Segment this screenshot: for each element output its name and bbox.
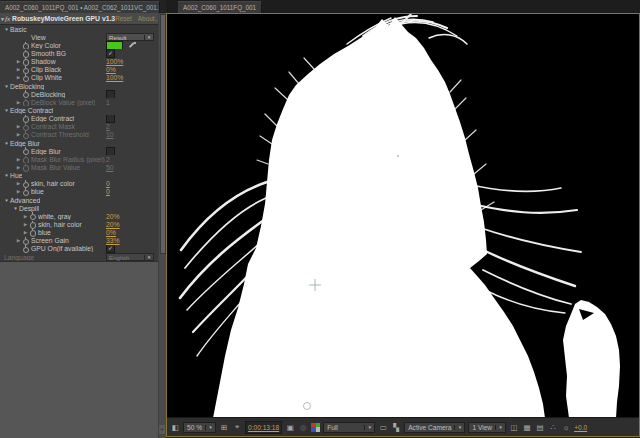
param-row-deblocking[interactable]: DeBlocking — [0, 90, 159, 98]
comp-canvas[interactable] — [167, 14, 639, 418]
stopwatch-icon[interactable] — [22, 66, 29, 74]
fast-previews-icon[interactable]: ▦ — [522, 422, 532, 432]
stopwatch-icon[interactable] — [22, 115, 29, 123]
param-value[interactable]: 20% — [106, 221, 120, 228]
group-row-advanced[interactable]: ▼Advanced — [0, 196, 159, 204]
show-snapshot-icon[interactable]: ◎ — [298, 422, 308, 432]
param-twirl-icon[interactable]: ▶ — [15, 132, 22, 137]
param-twirl-icon[interactable]: ▶ — [15, 75, 22, 80]
group-expand-triangle-icon[interactable]: ▼ — [3, 198, 10, 203]
param-twirl-icon[interactable]: ▶ — [15, 238, 22, 243]
stopwatch-icon[interactable] — [22, 155, 29, 163]
magnification-dropdown[interactable]: 50 % ▼ — [183, 422, 216, 433]
param-row-shadow[interactable]: ▶Shadow100% — [0, 58, 159, 66]
stopwatch-icon[interactable] — [22, 90, 29, 98]
param-checkbox[interactable] — [106, 115, 115, 123]
param-dropdown[interactable]: English▼ — [106, 253, 154, 261]
stopwatch-icon[interactable] — [22, 98, 29, 106]
param-row-white-gray[interactable]: ▶white, gray20% — [0, 212, 159, 220]
param-row-mask-blur-radius-pixel[interactable]: ▶Mask Blur Radius (pixel)2 — [0, 155, 159, 163]
group-expand-triangle-icon[interactable]: ▼ — [12, 206, 19, 211]
param-twirl-icon[interactable]: ▶ — [15, 165, 22, 170]
param-value[interactable]: 0% — [106, 229, 116, 236]
3d-view-dropdown[interactable]: Active Camera ▼ — [404, 422, 465, 433]
param-checkbox[interactable]: ✓ — [106, 49, 115, 57]
timeline-icon[interactable]: ▤ — [535, 422, 545, 432]
param-row-gpu-on-if-available[interactable]: GPU On(if available)✓ — [0, 245, 159, 253]
param-row-smooth-bg[interactable]: Smooth BG✓ — [0, 49, 159, 57]
group-row-edge-contract[interactable]: ▼Edge Contract — [0, 106, 159, 114]
stopwatch-icon[interactable] — [22, 147, 29, 155]
group-row-deblocking[interactable]: ▼DeBlocking — [0, 82, 159, 90]
key-color-swatch[interactable] — [106, 41, 123, 49]
param-checkbox[interactable] — [106, 90, 115, 98]
tab-effect-controls[interactable]: A002_C060_1011PQ_001 • A002_C062_1011VC_… — [0, 1, 160, 13]
group-expand-triangle-icon[interactable]: ▼ — [3, 141, 10, 146]
param-value[interactable]: 2 — [106, 123, 110, 130]
stopwatch-icon[interactable] — [22, 163, 29, 171]
stopwatch-icon[interactable] — [22, 237, 29, 245]
param-row-clip-black[interactable]: ▶Clip Black0% — [0, 66, 159, 74]
current-time-field[interactable]: 0:00:13:18 — [245, 421, 282, 434]
param-value[interactable]: 33% — [106, 237, 120, 244]
param-row-language[interactable]: LanguageEnglish▼ — [0, 253, 159, 261]
stopwatch-icon[interactable] — [29, 229, 36, 237]
group-row-despill[interactable]: ▼Despill — [0, 204, 159, 212]
reset-exposure-icon[interactable]: ☼ — [561, 422, 571, 432]
param-checkbox[interactable]: ✓ — [106, 245, 115, 253]
view-layout-dropdown[interactable]: 1 View ▼ — [468, 422, 506, 433]
stopwatch-icon[interactable] — [29, 220, 36, 228]
transparency-grid-icon[interactable]: ▚ — [391, 422, 401, 432]
pixel-aspect-correction-icon[interactable]: ◫ — [509, 422, 519, 432]
group-row-edge-blur[interactable]: ▼Edge Blur — [0, 139, 159, 147]
stopwatch-icon[interactable] — [22, 123, 29, 131]
param-row-contract-mask[interactable]: ▶Contract Mask2 — [0, 123, 159, 131]
eyedropper-icon[interactable] — [127, 41, 137, 49]
stopwatch-icon[interactable] — [29, 212, 36, 220]
always-preview-view-icon[interactable]: ◧ — [170, 422, 180, 432]
stopwatch-icon[interactable] — [22, 180, 29, 188]
stopwatch-icon[interactable] — [22, 245, 29, 253]
stopwatch-icon[interactable] — [22, 188, 29, 196]
param-row-blue[interactable]: ▶blue0% — [0, 229, 159, 237]
param-row-deblock-value-pixel[interactable]: ▶DeBlock Value (pixel)1 — [0, 98, 159, 106]
param-row-mask-blur-value[interactable]: ▶Mask Blur Value50 — [0, 163, 159, 171]
about-link[interactable]: About... — [138, 15, 160, 22]
param-row-clip-white[interactable]: ▶Clip White100% — [0, 74, 159, 82]
exposure-value[interactable]: +0.0 — [574, 424, 587, 431]
param-value[interactable]: 100% — [106, 74, 123, 81]
group-expand-triangle-icon[interactable]: ▼ — [3, 84, 10, 89]
param-twirl-icon[interactable]: ▶ — [22, 214, 29, 219]
param-value[interactable]: 10 — [106, 131, 114, 138]
param-value[interactable]: 2 — [106, 156, 110, 163]
param-row-blue[interactable]: ▶blue0 — [0, 188, 159, 196]
stopwatch-icon[interactable] — [22, 131, 29, 139]
param-twirl-icon[interactable]: ▶ — [15, 124, 22, 129]
show-channel-icon[interactable] — [311, 423, 320, 432]
tab-composition[interactable]: A002_C060_1011FQ_001 — [178, 1, 262, 13]
effect-header[interactable]: ▼ fx RobuskeyMovieGreen GPU v1.3 Reset A… — [0, 13, 159, 25]
param-value[interactable]: 20% — [106, 213, 120, 220]
param-twirl-icon[interactable]: ▶ — [15, 67, 22, 72]
group-row-basic[interactable]: ▼Basic — [0, 25, 159, 33]
param-value[interactable]: 100% — [106, 58, 123, 65]
param-row-screen-gain[interactable]: ▶Screen Gain33% — [0, 237, 159, 245]
group-expand-triangle-icon[interactable]: ▼ — [3, 173, 10, 178]
param-twirl-icon[interactable]: ▶ — [15, 59, 22, 64]
grid-guides-icon[interactable]: ⊞ — [219, 422, 229, 432]
param-twirl-icon[interactable]: ▶ — [15, 100, 22, 105]
snapshot-icon[interactable]: ▣ — [285, 422, 295, 432]
param-twirl-icon[interactable]: ▶ — [15, 181, 22, 186]
param-row-edge-blur[interactable]: Edge Blur — [0, 147, 159, 155]
group-expand-triangle-icon[interactable]: ▼ — [3, 108, 10, 113]
param-twirl-icon[interactable]: ▶ — [22, 230, 29, 235]
stopwatch-icon[interactable] — [22, 41, 29, 49]
param-row-contract-threshold[interactable]: ▶Contract Threshold10 — [0, 131, 159, 139]
stopwatch-icon[interactable] — [22, 74, 29, 82]
param-row-skin-hair-color[interactable]: ▶skin, hair color20% — [0, 220, 159, 228]
param-row-view[interactable]: ViewResult▼ — [0, 33, 159, 41]
param-value[interactable]: 1 — [106, 99, 110, 106]
safe-margins-icon[interactable]: ⌖ — [232, 422, 242, 432]
param-value[interactable]: 0 — [106, 180, 110, 187]
effect-panel-scrollbar[interactable]: ▼ — [158, 13, 166, 438]
